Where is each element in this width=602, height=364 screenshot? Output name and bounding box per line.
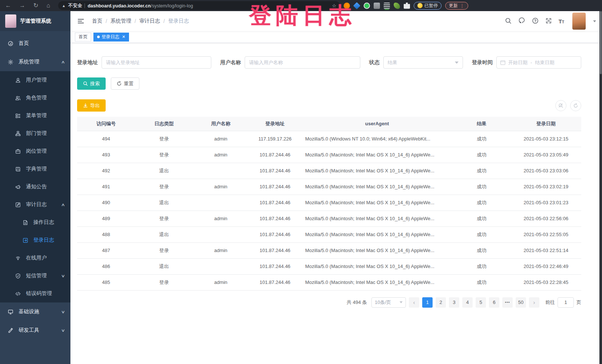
sidebar-logo[interactable]: 芋道管理系统 [0, 11, 70, 31]
dashboard-icon [7, 40, 13, 46]
column-header-3: 登录地址 [248, 117, 301, 131]
font-size-icon[interactable]: TT [559, 18, 564, 24]
sidebar-toggle-icon[interactable] [75, 17, 87, 26]
refresh-button[interactable] [570, 100, 581, 111]
page-size-select[interactable]: 10条/页 [371, 297, 406, 308]
sidebar-item-notice[interactable]: 通知公告 [0, 178, 70, 196]
extension-green-circle-icon[interactable] [364, 3, 370, 9]
column-header-1: 日志类型 [135, 117, 193, 131]
extension-gem-icon[interactable] [353, 2, 360, 9]
access-id-cell: 492 [77, 163, 135, 179]
breadcrumb-audit[interactable]: 审计日志 [139, 18, 160, 24]
sidebar-item-label: 操作日志 [33, 219, 54, 226]
paused-badge[interactable]: 已暂停 [414, 2, 441, 10]
tag-home[interactable]: 首页 [75, 33, 91, 42]
github-icon[interactable] [518, 17, 525, 25]
code-icon [15, 291, 21, 297]
page-button-50[interactable]: 50 [516, 297, 526, 308]
window-scrollbar[interactable] [599, 11, 602, 364]
extension-firefox-icon[interactable] [344, 3, 350, 9]
username-input[interactable] [245, 56, 360, 69]
username-cell: admin [193, 147, 249, 163]
extension-puzzle-icon[interactable] [404, 3, 410, 9]
column-header-5: 结果 [453, 117, 510, 131]
status-select[interactable]: 结果 [383, 56, 463, 69]
sidebar-item-system-mgmt[interactable]: 系统管理∧ [0, 53, 70, 71]
sidebar-item-login-log[interactable]: 登录日志 [0, 231, 70, 249]
breadcrumb-home[interactable]: 首页 [92, 18, 102, 24]
address-input[interactable] [102, 56, 211, 69]
access-id-cell: 490 [77, 195, 135, 211]
breadcrumb-current: 登录日志 [168, 18, 189, 24]
prev-page-button[interactable]: ‹ [409, 297, 419, 308]
extension-tampermonkey-icon[interactable] [384, 3, 390, 9]
login-log-table: 访问编号日志类型用户名称登录地址userAgent结果登录日期 494登录adm… [77, 117, 581, 291]
goto-page-input[interactable] [558, 297, 574, 308]
page-button-2[interactable]: 2 [436, 297, 446, 308]
sidebar-item-user-mgmt[interactable]: 用户管理 [0, 71, 70, 89]
sidebar-item-dev-tools[interactable]: 研发工具∨ [0, 321, 70, 340]
extension-leaf-icon[interactable] [394, 3, 400, 9]
fullscreen-icon[interactable] [545, 17, 552, 25]
next-page-button[interactable]: › [529, 297, 539, 308]
sidebar-item-label: 基础设施 [19, 308, 39, 315]
table-row: 488退出101.87.244.46Mozilla/5.0 (Macintosh… [77, 226, 581, 242]
browser-reload-icon[interactable]: ↻ [31, 3, 40, 9]
start-date-placeholder: 开始日期 [508, 59, 527, 66]
date-range-picker[interactable]: 开始日期 - 结束日期 [496, 56, 581, 69]
bookmark-star-icon[interactable]: ☆ [332, 3, 336, 9]
sidebar-item-post-mgmt[interactable]: 岗位管理 [0, 142, 70, 160]
extension-grid-icon[interactable] [374, 3, 380, 9]
tag-close-icon[interactable]: ✕ [122, 34, 125, 39]
sidebar-item-role-mgmt[interactable]: 角色管理 [0, 89, 70, 107]
page-button-5[interactable]: 5 [476, 297, 486, 308]
login-ip-cell: 101.87.244.46 [248, 242, 301, 258]
login-ip-cell: 101.87.244.46 [248, 163, 301, 179]
search-icon[interactable] [505, 17, 512, 25]
user-avatar[interactable] [572, 13, 586, 30]
more-pages-button[interactable]: ••• [502, 297, 513, 308]
sidebar-item-operation-log[interactable]: 操作日志 [0, 214, 70, 231]
sidebar-item-sms-mgmt[interactable]: 短信管理∨ [0, 267, 70, 285]
browser-home-icon[interactable]: ⌂ [44, 3, 52, 9]
sidebar-item-label: 首页 [19, 40, 29, 47]
browser-forward-icon[interactable]: → [17, 3, 27, 9]
sidebar-item-label: 用户管理 [26, 77, 47, 83]
megaphone-icon [15, 184, 21, 190]
sidebar-item-dept-mgmt[interactable]: 部门管理 [0, 125, 70, 142]
sidebar-item-home[interactable]: 首页 [0, 34, 70, 53]
page-buttons: 123456•••50 [422, 297, 526, 308]
page-button-3[interactable]: 3 [449, 297, 459, 308]
access-id-cell: 485 [77, 274, 135, 290]
scrollbar-thumb[interactable] [600, 11, 602, 74]
sidebar-item-audit-log[interactable]: 审计日志∧ [0, 196, 70, 214]
reset-button[interactable]: 重置 [111, 77, 139, 90]
page-button-4[interactable]: 4 [462, 297, 473, 308]
avatar-caret-icon[interactable] [593, 20, 596, 22]
sidebar-item-infrastructure[interactable]: 基础设施∨ [0, 302, 70, 321]
sidebar-item-label: 研发工具 [19, 327, 39, 334]
browser-back-icon[interactable]: ← [3, 3, 13, 9]
help-icon[interactable] [532, 17, 539, 25]
breadcrumb-system[interactable]: 系统管理 [110, 18, 131, 24]
sidebar-item-menu-mgmt[interactable]: 菜单管理 [0, 107, 70, 125]
page-button-1[interactable]: 1 [422, 297, 433, 308]
chevron-down-icon: ∨ [61, 328, 65, 333]
page-button-6[interactable]: 6 [489, 297, 499, 308]
sidebar-item-online-users[interactable]: 在线用户 [0, 249, 70, 267]
sidebar-item-errorcode-mgmt[interactable]: 错误码管理 [0, 285, 70, 302]
chevron-down-icon [455, 62, 459, 64]
update-button[interactable]: 更新 ⋮ [445, 2, 468, 10]
tag-login-log[interactable]: 登录日志 ✕ [93, 33, 129, 42]
hide-search-button[interactable] [555, 100, 566, 111]
status-label: 状态 [369, 59, 380, 66]
export-button[interactable]: 导出 [77, 99, 106, 112]
security-warning-label: 不安全 [68, 3, 82, 9]
browser-menu-icon[interactable]: ⋮ [460, 3, 464, 9]
sidebar-item-dict-mgmt[interactable]: 字典管理 [0, 160, 70, 178]
search-button[interactable]: 搜索 [77, 77, 106, 90]
login-ip-cell: 101.87.244.46 [248, 274, 301, 290]
sidebar-item-label: 部门管理 [26, 130, 47, 137]
address-bar[interactable]: ▲ 不安全 dashboard.yudao.iocoder.cn/system/… [58, 1, 340, 10]
user-agent-cell: Mozilla/5.0 (Macintosh; Intel Mac OS X 1… [301, 242, 453, 258]
